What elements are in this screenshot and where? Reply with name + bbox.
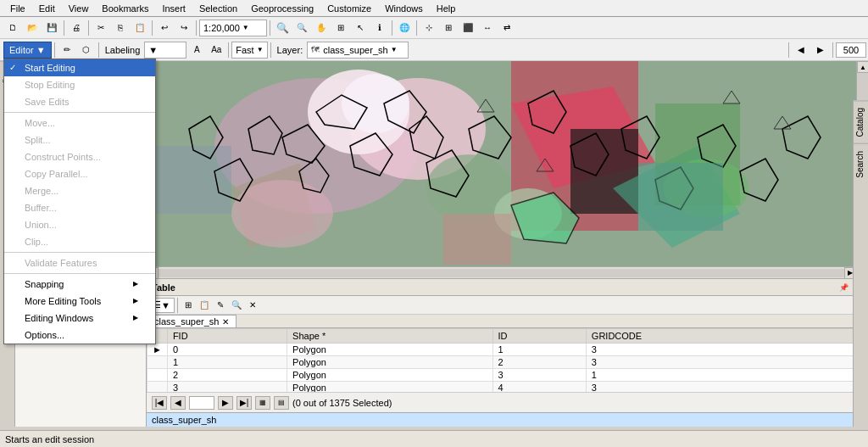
globe-btn[interactable]: 🌐 <box>395 19 414 37</box>
table-tool5[interactable]: ✕ <box>245 298 260 313</box>
sep11 <box>270 42 271 58</box>
table-tool3[interactable]: ✎ <box>213 298 228 313</box>
cell-id: 3 <box>492 369 586 382</box>
menu-insert[interactable]: Insert <box>155 2 192 15</box>
search-tab[interactable]: Search <box>854 143 868 185</box>
map-hscrollbar[interactable]: ◀ ▶ <box>147 266 856 278</box>
cell-shape: Polygon <box>287 356 492 369</box>
cell-gridcode: 3 <box>586 344 867 356</box>
table-tab-class-super-sh[interactable]: class_super_sh ✕ <box>147 315 236 327</box>
menu-help[interactable]: Help <box>430 2 463 15</box>
menu-snapping[interactable]: Snapping ▶ <box>4 276 155 293</box>
menu-split: Split... <box>4 131 155 148</box>
table-row[interactable]: 1 Polygon 2 3 <box>147 356 868 369</box>
menu-view[interactable]: View <box>62 2 96 15</box>
print-btn[interactable]: 🖨 <box>67 19 86 37</box>
copy-btn[interactable]: ⎘ <box>111 19 130 37</box>
select-btn[interactable]: ↖ <box>351 19 370 37</box>
prev-record-btn[interactable]: ◀ <box>170 396 186 410</box>
menu-geoprocessing[interactable]: Geoprocessing <box>244 2 320 15</box>
tool5[interactable]: ⇄ <box>498 19 516 37</box>
table-tool4[interactable]: 🔍 <box>229 298 244 313</box>
vscroll-up[interactable]: ▲ <box>857 61 868 73</box>
sep2 <box>88 20 89 36</box>
first-record-btn[interactable]: |◀ <box>152 396 167 410</box>
undo-btn[interactable]: ↩ <box>155 19 174 37</box>
sep8 <box>54 42 55 58</box>
menu-clip: Clip... <box>4 233 155 250</box>
menu-start-editing[interactable]: ✓ Start Editing <box>4 59 155 76</box>
record-page-input[interactable]: 1 <box>189 396 214 410</box>
layer-dropdown[interactable]: 🗺 class_super_sh ▼ <box>307 42 409 59</box>
menu-sep-3 <box>4 273 155 274</box>
table-header: Table 📌 ✕ <box>147 279 868 296</box>
labeling-dropdown[interactable]: ▼ <box>144 42 186 59</box>
tool1[interactable]: ⊹ <box>420 19 438 37</box>
cut-btn[interactable]: ✂ <box>92 19 110 37</box>
table-tool1[interactable]: ⊞ <box>181 298 196 313</box>
scale-input[interactable] <box>836 42 866 58</box>
editor-menu-btn[interactable]: Editor ▼ <box>3 42 52 59</box>
catalog-tab[interactable]: Catalog <box>854 100 868 143</box>
table-pin-btn[interactable]: 📌 <box>837 282 849 293</box>
tool3[interactable]: ⬛ <box>459 19 477 37</box>
label-tool2[interactable]: Aa <box>207 41 225 59</box>
tool4[interactable]: ↔ <box>478 19 497 37</box>
menu-bookmarks[interactable]: Bookmarks <box>95 2 155 15</box>
menu-file[interactable]: File <box>3 2 32 15</box>
menu-options[interactable]: Options... <box>4 327 155 344</box>
hscroll-track[interactable] <box>159 269 844 277</box>
full-extent-btn[interactable]: ⊞ <box>331 19 350 37</box>
col-gridcode[interactable]: GRIDCODE <box>586 329 867 344</box>
table-row[interactable]: ► 0 Polygon 1 3 <box>147 344 868 356</box>
table-tool2[interactable]: 📋 <box>197 298 212 313</box>
menu-windows[interactable]: Windows <box>378 2 430 15</box>
table-layer-name: class_super_sh <box>147 412 868 427</box>
next-extent[interactable]: ▶ <box>811 41 830 59</box>
menu-selection[interactable]: Selection <box>192 2 244 15</box>
zoom-in-btn[interactable]: 🔍 <box>273 19 292 37</box>
menu-more-editing-tools[interactable]: More Editing Tools ▶ <box>4 293 155 310</box>
pencil-btn[interactable]: ✏ <box>58 41 76 59</box>
menu-construct-points: Construct Points... <box>4 148 155 165</box>
next-record-btn[interactable]: ▶ <box>218 396 233 410</box>
sep3 <box>152 20 153 36</box>
table-row[interactable]: 2 Polygon 3 1 <box>147 369 868 382</box>
col-fid[interactable]: FID <box>167 329 287 344</box>
menu-editing-windows[interactable]: Editing Windows ▶ <box>4 310 155 327</box>
table-panel: Table 📌 ✕ ☰ ▼ ⊞ 📋 ✎ 🔍 ✕ <box>147 278 868 427</box>
edit-vertices-btn[interactable]: ⬡ <box>77 41 96 59</box>
prev-extent[interactable]: ◀ <box>792 41 810 59</box>
col-shape[interactable]: Shape * <box>287 329 492 344</box>
sep10 <box>228 42 229 58</box>
menu-sep-1 <box>4 112 155 113</box>
open-btn[interactable]: 📂 <box>23 19 42 37</box>
editing-windows-arrow: ▶ <box>133 314 138 321</box>
menu-customize[interactable]: Customize <box>320 2 378 15</box>
label-tool1[interactable]: A <box>187 41 206 59</box>
table-select-btn[interactable]: ▤ <box>274 396 289 410</box>
save-btn[interactable]: 💾 <box>42 19 61 37</box>
cell-id: 2 <box>492 356 586 369</box>
table-view-btn[interactable]: ▦ <box>255 396 270 410</box>
cell-fid: 3 <box>167 382 287 393</box>
fast-dropdown[interactable]: Fast ▼ <box>231 42 267 59</box>
identify-btn[interactable]: ℹ <box>370 19 389 37</box>
sep12 <box>788 42 789 58</box>
table-grid-container[interactable]: FID Shape * ID GRIDCODE ► 0 Polygon 1 3 … <box>147 328 868 392</box>
redo-btn[interactable]: ↪ <box>175 19 193 37</box>
tool2[interactable]: ⊞ <box>439 19 458 37</box>
pan-btn[interactable]: ✋ <box>312 19 331 37</box>
paste-btn[interactable]: 📋 <box>131 19 149 37</box>
sep13 <box>832 42 833 58</box>
new-btn[interactable]: 🗋 <box>3 19 22 37</box>
map-area[interactable]: ◀ ▶ ▲ ▼ <box>147 61 868 278</box>
tab-close-btn[interactable]: ✕ <box>222 317 229 327</box>
menu-edit[interactable]: Edit <box>32 2 62 15</box>
last-record-btn[interactable]: ▶| <box>236 396 252 410</box>
table-row[interactable]: 3 Polygon 4 3 <box>147 382 868 393</box>
scale-dropdown[interactable]: 1:20,000 ▼ <box>199 20 267 36</box>
col-id[interactable]: ID <box>492 329 586 344</box>
sep9 <box>98 42 99 58</box>
zoom-out-btn[interactable]: 🔍 <box>292 19 311 37</box>
